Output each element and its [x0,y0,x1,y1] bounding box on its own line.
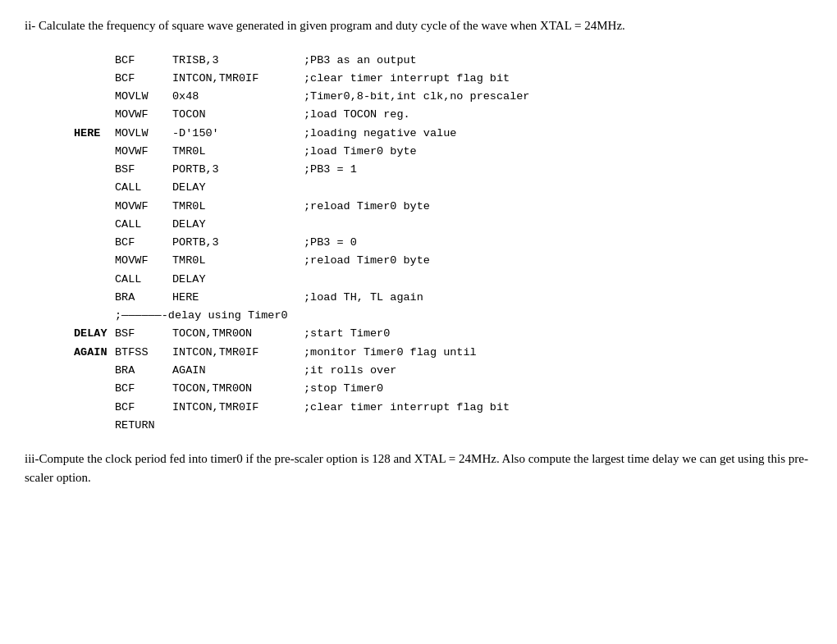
code-line: BCF INTCON,TMR0IF ;clear timer interrupt… [74,399,812,417]
code-comment: ;load TH, TL again [304,289,423,307]
code-line: BCF TRISB,3 ;PB3 as an output [74,52,812,70]
code-line: MOVWF TMR0L ;reload Timer0 byte [74,252,812,270]
code-instruction: MOVWF [115,252,172,270]
code-operand: DELAY [172,271,304,289]
code-operand: TOCON [172,106,304,124]
code-label [74,362,115,380]
code-instruction: BCF [115,234,172,252]
code-instruction: BSF [115,325,172,343]
code-operand: PORTB,3 [172,161,304,179]
code-comment: ;load TOCON reg. [304,106,410,124]
code-comment: ;clear timer interrupt flag bit [304,399,510,417]
code-line: BSF PORTB,3 ;PB3 = 1 [74,161,812,179]
code-instruction: RETURN [115,417,172,435]
code-operand: INTCON,TMR0IF [172,70,304,88]
code-comment: ;stop Timer0 [304,380,383,398]
code-instruction: BRA [115,289,172,307]
code-operand: TOCON,TMR0ON [172,380,304,398]
code-operand: DELAY [172,216,304,234]
code-instruction: MOVWF [115,106,172,124]
code-instruction: CALL [115,179,172,197]
code-separator-text: ;——————-delay using Timer0 [115,307,288,325]
code-operand: TMR0L [172,252,304,270]
code-label [74,380,115,398]
code-line-call-delay-3: CALL DELAY [74,271,812,289]
code-line: BCF PORTB,3 ;PB3 = 0 [74,234,812,252]
code-label [74,161,115,179]
code-operand: AGAIN [172,362,304,380]
code-label [74,271,115,289]
code-label [74,399,115,417]
code-instruction: BCF [115,70,172,88]
code-comment: ;PB3 = 1 [304,161,357,179]
code-label [74,52,115,70]
code-comment: ;PB3 as an output [304,52,417,70]
code-operand: PORTB,3 [172,234,304,252]
code-operand: -D'150' [172,125,304,143]
code-instruction: BCF [115,399,172,417]
code-comment: ;load Timer0 byte [304,143,417,161]
code-instruction: BCF [115,52,172,70]
code-line: MOVLW 0x48 ;Timer0,8-bit,int clk,no pres… [74,88,812,106]
code-label [74,143,115,161]
code-instruction: BCF [115,380,172,398]
code-label [74,417,115,435]
code-label [74,88,115,106]
code-line: BCF INTCON,TMR0IF ;clear timer interrupt… [74,70,812,88]
code-operand: TOCON,TMR0ON [172,325,304,343]
code-label [74,70,115,88]
code-comment: ;monitor Timer0 flag until [304,344,477,362]
code-label [74,179,115,197]
intro-paragraph: ii- Calculate the frequency of square wa… [25,16,812,35]
code-instruction: MOVLW [115,125,172,143]
code-line: BRA HERE ;load TH, TL again [74,289,812,307]
code-instruction: BRA [115,362,172,380]
code-line-delay-label: DELAY BSF TOCON,TMR0ON ;start Timer0 [74,325,812,343]
code-line-separator: ;——————-delay using Timer0 [74,307,812,325]
code-line-call-delay-2: CALL DELAY [74,216,812,234]
code-label-delay: DELAY [74,325,115,343]
code-line-call-delay-1: CALL DELAY [74,179,812,197]
code-label-again: AGAIN [74,344,115,362]
code-comment: ;start Timer0 [304,325,390,343]
code-operand: 0x48 [172,88,304,106]
code-line: MOVWF TOCON ;load TOCON reg. [74,106,812,124]
code-operand: INTCON,TMR0IF [172,344,304,362]
code-operand: INTCON,TMR0IF [172,399,304,417]
code-instruction: BTFSS [115,344,172,362]
code-comment: ;reload Timer0 byte [304,198,430,216]
code-instruction: BSF [115,161,172,179]
code-label [74,252,115,270]
code-instruction: MOVWF [115,198,172,216]
code-comment: ;loading negative value [304,125,456,143]
code-instruction: MOVLW [115,88,172,106]
code-label [74,106,115,124]
code-instruction: CALL [115,271,172,289]
code-label-here: HERE [74,125,115,143]
code-instruction: MOVWF [115,143,172,161]
code-line: BRA AGAIN ;it rolls over [74,362,812,380]
code-line: HERE MOVLW -D'150' ;loading negative val… [74,125,812,143]
code-label [74,216,115,234]
code-line: BCF TOCON,TMR0ON ;stop Timer0 [74,380,812,398]
code-comment: ;it rolls over [304,362,396,380]
code-line-again-label: AGAIN BTFSS INTCON,TMR0IF ;monitor Timer… [74,344,812,362]
code-comment: ;Timer0,8-bit,int clk,no prescaler [304,88,529,106]
code-operand: TRISB,3 [172,52,304,70]
code-comment: ;reload Timer0 byte [304,252,430,270]
code-label [74,289,115,307]
code-line: MOVWF TMR0L ;reload Timer0 byte [74,198,812,216]
code-instruction: CALL [115,216,172,234]
code-operand: HERE [172,289,304,307]
code-operand: DELAY [172,179,304,197]
code-block: BCF TRISB,3 ;PB3 as an output BCF INTCON… [74,52,812,436]
code-label [74,234,115,252]
code-operand: TMR0L [172,198,304,216]
code-comment: ;clear timer interrupt flag bit [304,70,510,88]
code-comment: ;PB3 = 0 [304,234,357,252]
outro-paragraph: iii-Compute the clock period fed into ti… [25,450,812,486]
code-label [74,307,115,325]
code-label [74,198,115,216]
code-line-return: RETURN [74,417,812,435]
code-line: MOVWF TMR0L ;load Timer0 byte [74,143,812,161]
